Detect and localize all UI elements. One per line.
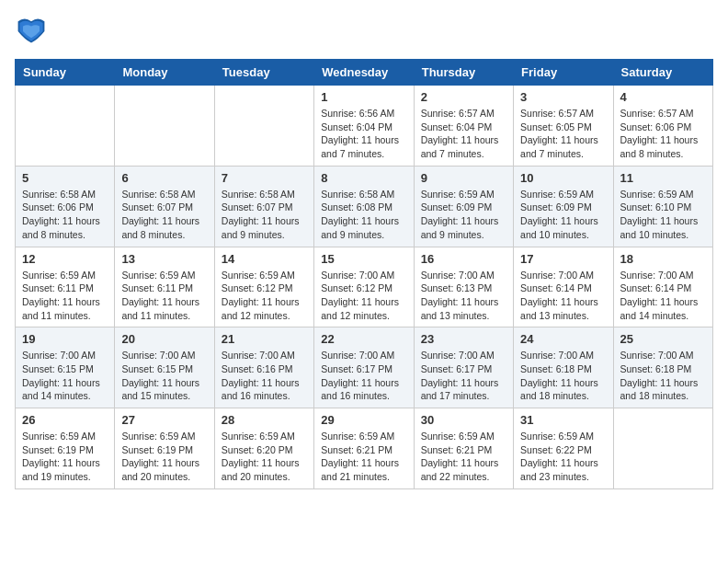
sunrise-label: Sunrise: 6:57 AM: [421, 108, 495, 119]
day-number: 14: [222, 252, 307, 266]
calendar-cell: 20 Sunrise: 7:00 AM Sunset: 6:15 PM Dayl…: [115, 327, 214, 408]
daylight-label: Daylight: 11 hours and 17 minutes.: [421, 377, 499, 402]
sunset-label: Sunset: 6:09 PM: [520, 201, 592, 213]
sunrise-label: Sunrise: 6:59 AM: [121, 431, 195, 442]
calendar-cell: 12 Sunrise: 6:59 AM Sunset: 6:11 PM Dayl…: [16, 247, 115, 327]
day-info: Sunrise: 6:59 AM Sunset: 6:11 PM Dayligh…: [22, 269, 108, 323]
calendar-cell: 2 Sunrise: 6:57 AM Sunset: 6:04 PM Dayli…: [414, 86, 513, 167]
day-number: 15: [321, 252, 406, 266]
day-number: 12: [22, 252, 108, 266]
sunrise-label: Sunrise: 6:59 AM: [520, 189, 594, 200]
daylight-label: Daylight: 11 hours and 16 minutes.: [321, 377, 399, 402]
daylight-label: Daylight: 11 hours and 20 minutes.: [222, 457, 300, 482]
daylight-label: Daylight: 11 hours and 10 minutes.: [620, 215, 699, 240]
day-info: Sunrise: 7:00 AM Sunset: 6:15 PM Dayligh…: [121, 349, 207, 403]
calendar-cell: 25 Sunrise: 7:00 AM Sunset: 6:18 PM Dayl…: [613, 327, 712, 408]
daylight-label: Daylight: 11 hours and 13 minutes.: [520, 296, 598, 321]
day-number: 3: [520, 90, 606, 104]
daylight-label: Daylight: 11 hours and 9 minutes.: [222, 215, 300, 240]
day-info: Sunrise: 6:57 AM Sunset: 6:06 PM Dayligh…: [620, 107, 706, 161]
daylight-label: Daylight: 11 hours and 15 minutes.: [121, 377, 199, 402]
day-number: 13: [121, 252, 207, 266]
sunset-label: Sunset: 6:17 PM: [321, 363, 392, 374]
sunrise-label: Sunrise: 7:00 AM: [620, 350, 694, 361]
calendar-cell: 6 Sunrise: 6:58 AM Sunset: 6:07 PM Dayli…: [115, 166, 214, 247]
daylight-label: Daylight: 11 hours and 21 minutes.: [321, 457, 399, 482]
sunset-label: Sunset: 6:13 PM: [421, 282, 493, 293]
daylight-label: Daylight: 11 hours and 9 minutes.: [321, 215, 399, 240]
daylight-label: Daylight: 11 hours and 12 minutes.: [321, 296, 399, 321]
sunset-label: Sunset: 6:11 PM: [22, 282, 94, 293]
day-number: 24: [520, 332, 606, 346]
sunrise-label: Sunrise: 6:59 AM: [22, 270, 96, 281]
sunrise-label: Sunrise: 6:59 AM: [222, 431, 295, 442]
day-number: 17: [520, 252, 606, 266]
day-info: Sunrise: 6:59 AM Sunset: 6:11 PM Dayligh…: [121, 269, 207, 323]
daylight-label: Daylight: 11 hours and 13 minutes.: [421, 296, 499, 321]
calendar-cell: 5 Sunrise: 6:58 AM Sunset: 6:06 PM Dayli…: [16, 166, 115, 247]
calendar-cell: 7 Sunrise: 6:58 AM Sunset: 6:07 PM Dayli…: [214, 166, 313, 247]
day-number: 1: [321, 90, 406, 104]
sunrise-label: Sunrise: 6:58 AM: [321, 189, 394, 200]
sunrise-label: Sunrise: 7:00 AM: [520, 270, 594, 281]
calendar-cell: 27 Sunrise: 6:59 AM Sunset: 6:19 PM Dayl…: [115, 408, 214, 489]
sunrise-label: Sunrise: 6:57 AM: [620, 108, 694, 119]
daylight-label: Daylight: 11 hours and 14 minutes.: [620, 296, 699, 321]
calendar-cell: 31 Sunrise: 6:59 AM Sunset: 6:22 PM Dayl…: [514, 408, 613, 489]
sunset-label: Sunset: 6:06 PM: [620, 121, 692, 132]
weekday-header-wednesday: Wednesday: [314, 60, 414, 86]
day-number: 16: [421, 252, 506, 266]
sunset-label: Sunset: 6:21 PM: [421, 444, 493, 455]
day-number: 11: [620, 171, 706, 185]
calendar-cell: 16 Sunrise: 7:00 AM Sunset: 6:13 PM Dayl…: [414, 247, 513, 327]
calendar-cell: 15 Sunrise: 7:00 AM Sunset: 6:12 PM Dayl…: [314, 247, 414, 327]
sunset-label: Sunset: 6:07 PM: [222, 201, 293, 213]
sunrise-label: Sunrise: 6:58 AM: [222, 189, 295, 200]
day-number: 25: [620, 332, 706, 346]
day-number: 30: [421, 413, 506, 427]
calendar-cell: 11 Sunrise: 6:59 AM Sunset: 6:10 PM Dayl…: [613, 166, 712, 247]
sunset-label: Sunset: 6:09 PM: [421, 201, 493, 213]
day-info: Sunrise: 7:00 AM Sunset: 6:12 PM Dayligh…: [321, 269, 406, 323]
day-info: Sunrise: 6:59 AM Sunset: 6:09 PM Dayligh…: [421, 188, 506, 242]
sunrise-label: Sunrise: 7:00 AM: [520, 350, 594, 361]
calendar-cell: 10 Sunrise: 6:59 AM Sunset: 6:09 PM Dayl…: [514, 166, 613, 247]
day-number: 19: [22, 332, 108, 346]
sunset-label: Sunset: 6:11 PM: [121, 282, 193, 293]
weekday-header-tuesday: Tuesday: [214, 60, 313, 86]
day-number: 10: [520, 171, 606, 185]
sunset-label: Sunset: 6:20 PM: [222, 444, 293, 455]
calendar-cell: 22 Sunrise: 7:00 AM Sunset: 6:17 PM Dayl…: [314, 327, 414, 408]
daylight-label: Daylight: 11 hours and 23 minutes.: [520, 457, 598, 482]
sunrise-label: Sunrise: 6:56 AM: [321, 108, 394, 119]
sunset-label: Sunset: 6:15 PM: [22, 363, 94, 374]
day-info: Sunrise: 7:00 AM Sunset: 6:13 PM Dayligh…: [421, 269, 506, 323]
sunset-label: Sunset: 6:15 PM: [121, 363, 193, 374]
day-number: 29: [321, 413, 406, 427]
logo: [15, 15, 53, 48]
sunset-label: Sunset: 6:08 PM: [321, 201, 392, 213]
weekday-header-friday: Friday: [514, 60, 613, 86]
sunrise-label: Sunrise: 6:59 AM: [22, 431, 96, 442]
day-info: Sunrise: 6:59 AM Sunset: 6:09 PM Dayligh…: [520, 188, 606, 242]
day-info: Sunrise: 6:58 AM Sunset: 6:07 PM Dayligh…: [222, 188, 307, 242]
sunset-label: Sunset: 6:18 PM: [620, 363, 692, 374]
day-info: Sunrise: 7:00 AM Sunset: 6:14 PM Dayligh…: [620, 269, 706, 323]
day-number: 8: [321, 171, 406, 185]
day-info: Sunrise: 6:59 AM Sunset: 6:21 PM Dayligh…: [421, 430, 506, 484]
day-number: 9: [421, 171, 506, 185]
calendar-cell: 28 Sunrise: 6:59 AM Sunset: 6:20 PM Dayl…: [214, 408, 313, 489]
weekday-header-saturday: Saturday: [613, 60, 712, 86]
daylight-label: Daylight: 11 hours and 8 minutes.: [121, 215, 199, 240]
calendar-cell: [16, 86, 115, 167]
daylight-label: Daylight: 11 hours and 12 minutes.: [222, 296, 300, 321]
weekday-header-thursday: Thursday: [414, 60, 513, 86]
sunrise-label: Sunrise: 7:00 AM: [121, 350, 195, 361]
page-header: [15, 15, 713, 48]
calendar-cell: 1 Sunrise: 6:56 AM Sunset: 6:04 PM Dayli…: [314, 86, 414, 167]
day-info: Sunrise: 7:00 AM Sunset: 6:15 PM Dayligh…: [22, 349, 108, 403]
sunrise-label: Sunrise: 6:59 AM: [520, 431, 594, 442]
calendar-cell: 3 Sunrise: 6:57 AM Sunset: 6:05 PM Dayli…: [514, 86, 613, 167]
sunrise-label: Sunrise: 6:58 AM: [22, 189, 96, 200]
sunset-label: Sunset: 6:07 PM: [121, 201, 193, 213]
